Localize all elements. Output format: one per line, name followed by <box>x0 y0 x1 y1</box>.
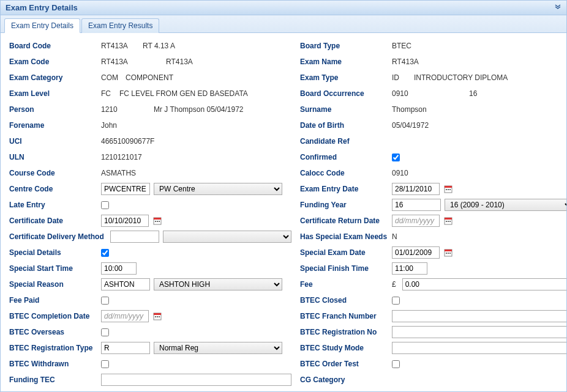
label-exam-category: Exam Category <box>9 73 101 82</box>
label-btec-registration-no: BTEC Registration No <box>300 328 392 336</box>
funding-tec-input[interactable] <box>101 374 291 386</box>
special-exam-date-input[interactable] <box>392 246 440 259</box>
label-special-details: Special Details <box>9 248 101 257</box>
special-finish-time-input[interactable] <box>392 262 427 275</box>
certificate-delivery-method-select[interactable] <box>163 231 291 243</box>
panel-title: Exam Entry Details <box>6 3 78 12</box>
label-uln: ULN <box>9 153 101 161</box>
btec-completion-date-input[interactable] <box>101 310 149 322</box>
special-reason-select[interactable]: ASHTON HIGH <box>154 278 282 290</box>
svg-rect-21 <box>154 313 161 315</box>
label-candidate-ref: Candidate Ref <box>300 137 392 146</box>
label-cg-category: CG Category <box>300 375 392 384</box>
svg-rect-2 <box>446 189 447 190</box>
label-centre-code: Centre Code <box>9 185 101 193</box>
centre-code-select[interactable]: PW Centre <box>154 183 282 195</box>
label-certificate-return-date: Certificate Return Date <box>300 216 392 225</box>
value-exam-type-2: INTRODUCTORY DIPLOMA <box>414 73 508 82</box>
certificate-return-date-input[interactable] <box>392 215 440 227</box>
value-exam-code-2: RT413A <box>166 57 193 66</box>
calendar-icon[interactable] <box>152 311 162 321</box>
btec-order-test-checkbox[interactable] <box>392 360 400 368</box>
btec-study-mode-input[interactable] <box>392 342 567 354</box>
value-dob: 05/04/1972 <box>392 121 429 130</box>
special-start-time-input[interactable] <box>101 262 137 275</box>
label-btec-withdrawn: BTEC Withdrawn <box>9 360 101 368</box>
confirmed-checkbox[interactable] <box>392 153 400 161</box>
calendar-icon[interactable] <box>443 248 453 257</box>
label-btec-study-mode: BTEC Study Mode <box>300 344 392 352</box>
label-special-exam-date: Special Exam Date <box>300 248 392 257</box>
label-certificate-delivery-method: Certificate Delivery Method <box>9 232 110 241</box>
collapse-icon[interactable] <box>554 3 561 12</box>
label-exam-name: Exam Name <box>300 57 392 66</box>
exam-entry-date-input[interactable] <box>392 183 440 195</box>
certificate-date-input[interactable] <box>101 215 149 227</box>
label-special-reason: Special Reason <box>9 280 101 289</box>
funding-year-input[interactable] <box>392 199 441 211</box>
btec-franch-number-input[interactable] <box>392 310 567 322</box>
exam-entry-details-panel: Exam Entry Details Exam Entry Details Ex… <box>0 0 567 392</box>
special-details-checkbox[interactable] <box>101 249 109 257</box>
label-exam-entry-date: Exam Entry Date <box>300 185 392 193</box>
tab-exam-entry-results[interactable]: Exam Entry Results <box>81 18 159 33</box>
value-course-code: ASMATHS <box>101 169 136 177</box>
svg-rect-19 <box>449 253 451 254</box>
value-exam-code-1: RT413A <box>101 57 162 66</box>
btec-registration-type-input[interactable] <box>101 342 150 354</box>
label-confirmed: Confirmed <box>300 153 392 161</box>
value-board-code-2: RT 4.13 A <box>143 42 175 50</box>
btec-registration-type-select[interactable]: Normal Reg <box>154 342 282 354</box>
label-special-start-time: Special Start Time <box>9 264 101 273</box>
svg-rect-6 <box>154 218 161 220</box>
tab-exam-entry-details[interactable]: Exam Entry Details <box>4 18 80 33</box>
calendar-icon[interactable] <box>443 216 453 226</box>
label-board-type: Board Type <box>300 42 392 50</box>
fee-input[interactable] <box>402 278 567 290</box>
calendar-icon[interactable] <box>152 216 162 226</box>
value-uci: 466510090677F <box>101 137 154 146</box>
value-person-2: Mr J Thompson 05/04/1972 <box>154 105 244 114</box>
value-exam-type-1: ID <box>392 73 410 82</box>
svg-rect-12 <box>446 221 447 222</box>
svg-rect-13 <box>448 221 449 222</box>
svg-rect-3 <box>448 189 449 190</box>
label-late-entry: Late Entry <box>9 201 101 209</box>
svg-rect-9 <box>159 221 160 222</box>
svg-rect-8 <box>157 221 158 222</box>
label-board-occurrence: Board Occurrence <box>300 89 392 98</box>
value-board-occurrence-1: 0910 <box>392 89 465 98</box>
fee-currency: £ <box>392 280 396 289</box>
btec-closed-checkbox[interactable] <box>392 297 400 305</box>
special-reason-input[interactable] <box>101 278 150 290</box>
calendar-icon[interactable] <box>443 184 453 194</box>
label-fee: Fee <box>300 280 392 289</box>
fee-paid-checkbox[interactable] <box>101 297 109 305</box>
svg-rect-24 <box>159 316 160 317</box>
form-area: Board Code RT413A RT 4.13 A Board Type B… <box>1 33 566 392</box>
btec-registration-no-input[interactable] <box>392 326 567 338</box>
late-entry-checkbox[interactable] <box>101 201 109 209</box>
value-surname: Thompson <box>392 105 427 114</box>
label-surname: Surname <box>300 105 392 114</box>
panel-header: Exam Entry Details <box>1 1 566 15</box>
label-btec-completion-date: BTEC Completion Date <box>9 312 101 320</box>
value-has-special-exam-needs: N <box>392 232 397 241</box>
svg-rect-1 <box>445 186 452 188</box>
btec-overseas-checkbox[interactable] <box>101 328 109 336</box>
label-btec-closed: BTEC Closed <box>300 296 392 305</box>
label-uci: UCI <box>9 137 101 146</box>
value-exam-category-2: COMPONENT <box>126 73 173 82</box>
svg-rect-7 <box>155 221 156 222</box>
funding-year-select[interactable]: 16 (2009 - 2010) <box>445 199 567 211</box>
svg-rect-22 <box>155 316 156 317</box>
value-forename: John <box>101 121 117 130</box>
label-btec-overseas: BTEC Overseas <box>9 328 101 336</box>
value-board-type: BTEC <box>392 42 411 50</box>
btec-withdrawn-checkbox[interactable] <box>101 360 109 368</box>
value-calocc-code: 0910 <box>392 169 408 177</box>
value-exam-level-2: FC LEVEL FROM GEN ED BASEDATA <box>119 89 248 98</box>
certificate-delivery-method-input[interactable] <box>110 231 159 243</box>
svg-rect-4 <box>449 189 451 190</box>
centre-code-input[interactable] <box>101 183 150 195</box>
